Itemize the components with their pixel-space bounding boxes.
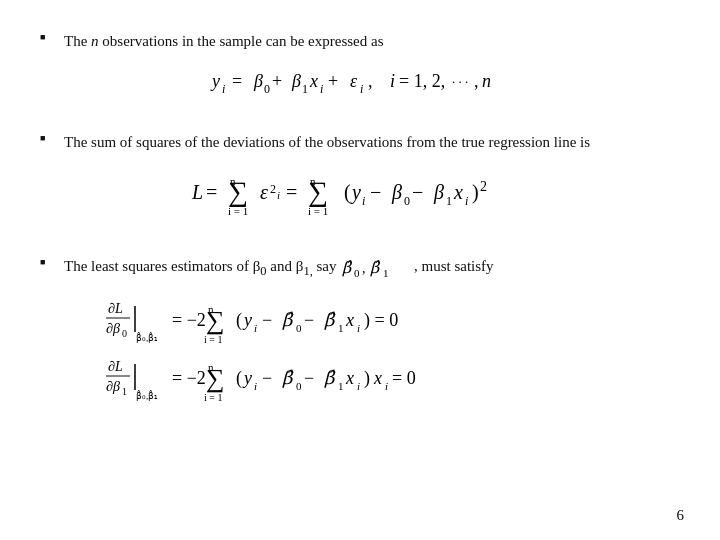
svg-text:β̂₀,β̂₁: β̂₀,β̂₁ bbox=[136, 390, 158, 401]
svg-text:|: | bbox=[132, 299, 138, 332]
svg-text:−: − bbox=[412, 181, 423, 203]
svg-text:β: β bbox=[391, 181, 402, 204]
bullet-symbol-3: ■ bbox=[40, 257, 58, 267]
svg-text:x: x bbox=[309, 71, 318, 91]
formula-3: ∂L ∂β 0 | β̂₀,β̂₁ = −2 n ∑ i = 1 ( y i − bbox=[104, 291, 680, 407]
svg-text:i: i bbox=[277, 189, 280, 201]
svg-text:(: ( bbox=[236, 368, 242, 389]
svg-text:x: x bbox=[345, 368, 354, 388]
svg-text:|: | bbox=[132, 357, 138, 390]
formula-2-svg: L = n ∑ i = 1 ε 2 i = n ∑ i = 1 ( y bbox=[182, 163, 562, 223]
bullet-3-content: The least squares estimators of β0 and β… bbox=[64, 255, 680, 421]
svg-text:i: i bbox=[362, 194, 365, 208]
svg-text:∂L: ∂L bbox=[108, 359, 123, 374]
svg-text:0: 0 bbox=[264, 82, 270, 96]
svg-text:i: i bbox=[254, 322, 257, 334]
bullet-2: ■ The sum of squares of the deviations o… bbox=[40, 131, 680, 238]
svg-text:∂β: ∂β bbox=[106, 321, 120, 336]
svg-text:= −2: = −2 bbox=[172, 310, 206, 330]
svg-text:β̂: β̂ bbox=[370, 259, 381, 277]
svg-text:(: ( bbox=[236, 310, 242, 331]
svg-text:1: 1 bbox=[122, 386, 127, 397]
svg-text:∑: ∑ bbox=[206, 306, 225, 335]
svg-text:1: 1 bbox=[383, 267, 389, 279]
text-n-italic: n bbox=[91, 33, 99, 49]
svg-text:0: 0 bbox=[296, 322, 302, 334]
svg-text:n: n bbox=[482, 71, 491, 91]
svg-text:∂β: ∂β bbox=[106, 379, 120, 394]
svg-text:β̂₀,β̂₁: β̂₀,β̂₁ bbox=[136, 332, 158, 343]
bullet-1: ■ The n observations in the sample can b… bbox=[40, 30, 680, 113]
svg-text:0: 0 bbox=[296, 380, 302, 392]
svg-text:=: = bbox=[206, 181, 217, 203]
svg-text:1: 1 bbox=[338, 380, 344, 392]
svg-text:1: 1 bbox=[302, 82, 308, 96]
formula-3b-svg: ∂L ∂β 1 | β̂₀,β̂₁ = −2 n ∑ i = 1 ( y i −… bbox=[104, 349, 534, 407]
text-must-satisfy: , must satisfy bbox=[414, 258, 494, 274]
svg-text:i: i bbox=[390, 71, 395, 91]
svg-text:y: y bbox=[210, 71, 220, 91]
svg-text:,: , bbox=[474, 71, 479, 91]
svg-text:L: L bbox=[191, 181, 203, 203]
svg-text:0: 0 bbox=[122, 328, 127, 339]
svg-text:−: − bbox=[304, 310, 314, 330]
svg-text:i: i bbox=[222, 82, 225, 96]
svg-text:+: + bbox=[272, 71, 282, 91]
svg-text:−: − bbox=[304, 368, 314, 388]
svg-text:y: y bbox=[242, 310, 252, 330]
svg-text:β̂: β̂ bbox=[324, 368, 336, 388]
svg-text:= 0: = 0 bbox=[392, 368, 416, 388]
svg-text:y: y bbox=[242, 368, 252, 388]
svg-text:i = 1: i = 1 bbox=[228, 205, 248, 217]
svg-text:∑: ∑ bbox=[308, 176, 328, 207]
svg-text:ε: ε bbox=[260, 181, 268, 203]
text-the-1: The bbox=[64, 33, 91, 49]
svg-text:): ) bbox=[364, 368, 370, 389]
svg-text:i: i bbox=[254, 380, 257, 392]
text-least-squares: The least squares estimators of β0 and β… bbox=[64, 258, 340, 274]
svg-text:i: i bbox=[357, 380, 360, 392]
svg-text:0: 0 bbox=[404, 194, 410, 208]
svg-text:= 1, 2,: = 1, 2, bbox=[399, 71, 445, 91]
bullet-1-text: The n observations in the sample can be … bbox=[64, 30, 680, 53]
svg-text:0: 0 bbox=[354, 267, 360, 279]
svg-text:β: β bbox=[253, 71, 263, 91]
svg-text:2: 2 bbox=[270, 182, 276, 196]
page-number: 6 bbox=[677, 507, 685, 524]
text-observations: observations in the sample can be expres… bbox=[99, 33, 384, 49]
svg-text:=: = bbox=[286, 181, 297, 203]
formula-1-svg: y i = β 0 + β 1 x i + ε i , i = 1, 2, bbox=[202, 63, 542, 99]
bullet-2-content: The sum of squares of the deviations of … bbox=[64, 131, 680, 238]
svg-text:2: 2 bbox=[480, 179, 487, 194]
svg-text:= −2: = −2 bbox=[172, 368, 206, 388]
slide-page: ■ The n observations in the sample can b… bbox=[0, 0, 720, 540]
bullet-3: ■ The least squares estimators of β0 and… bbox=[40, 255, 680, 421]
estimator-notation: β̂ 0 , β̂ 1 bbox=[340, 257, 410, 279]
svg-text:β̂: β̂ bbox=[342, 259, 353, 277]
svg-text:x: x bbox=[453, 181, 463, 203]
svg-text:=: = bbox=[232, 71, 242, 91]
svg-text:1: 1 bbox=[446, 194, 452, 208]
bullet-symbol-1: ■ bbox=[40, 32, 58, 42]
svg-text:) = 0: ) = 0 bbox=[364, 310, 398, 331]
svg-text:+: + bbox=[328, 71, 338, 91]
svg-text:i: i bbox=[357, 322, 360, 334]
svg-text:i = 1: i = 1 bbox=[204, 392, 222, 403]
svg-text:): ) bbox=[472, 181, 479, 204]
svg-text:−: − bbox=[262, 368, 272, 388]
svg-text:y: y bbox=[350, 181, 361, 204]
svg-text:−: − bbox=[370, 181, 381, 203]
svg-text:β̂: β̂ bbox=[282, 310, 294, 330]
svg-text:,: , bbox=[368, 71, 373, 91]
formula-1: y i = β 0 + β 1 x i + ε i , i = 1, 2, bbox=[64, 63, 680, 99]
bullet-2-text: The sum of squares of the deviations of … bbox=[64, 131, 680, 154]
svg-text:(: ( bbox=[344, 181, 351, 204]
svg-text:i: i bbox=[385, 380, 388, 392]
svg-text:−: − bbox=[262, 310, 272, 330]
text-sum-of-squares: The sum of squares of the deviations of … bbox=[64, 134, 590, 150]
bullet-1-content: The n observations in the sample can be … bbox=[64, 30, 680, 113]
svg-text:∂L: ∂L bbox=[108, 301, 123, 316]
svg-text:i = 1: i = 1 bbox=[204, 334, 222, 345]
svg-text:,: , bbox=[362, 261, 366, 276]
svg-text:. . .: . . . bbox=[452, 71, 468, 86]
